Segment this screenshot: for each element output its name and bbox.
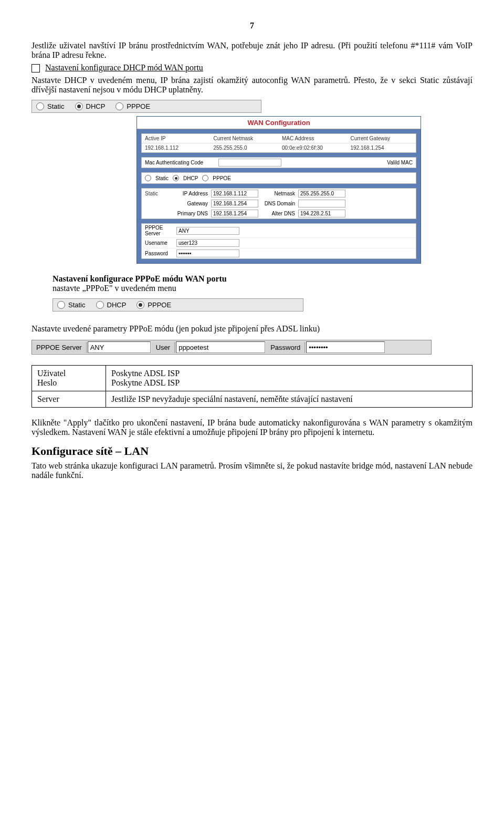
option-static-2[interactable]: Static [57, 301, 86, 309]
option-dhcp-label-2: DHCP [107, 301, 127, 309]
dhcp-heading-text: Nastavení konfigurace DHCP mód WAN portu [45, 63, 203, 72]
dhcp-desc: Nastavte DHCP v uvedeném menu, IP brána … [32, 76, 472, 95]
pppoe-bar-server-label: PPPOE Server [32, 342, 87, 353]
pppoe-heading: Nastavení konfigurace PPPoE módu WAN por… [52, 274, 227, 283]
primarydns-label: Primary DNS [171, 211, 211, 216]
mode-dhcp: DHCP [183, 175, 198, 181]
radio-icon[interactable] [202, 175, 208, 181]
pppoe-bar-user-input[interactable] [176, 341, 265, 353]
option-static-label: Static [47, 102, 65, 110]
radio-icon [116, 102, 123, 110]
option-dhcp-2[interactable]: DHCP [96, 301, 127, 309]
option-static[interactable]: Static [36, 102, 65, 110]
wan-mode-row: Static DHCP PPPOE [141, 172, 416, 184]
gateway-label: Gateway [171, 201, 211, 206]
mode-select-bar: Static DHCP PPPOE [32, 100, 261, 113]
wan-v-activeip: 192.168.1.112 [142, 143, 211, 152]
checkbox-icon [32, 64, 40, 72]
pppoe-server-input[interactable] [176, 227, 239, 235]
wan-status-block: Active IP Current Netmask MAC Address Cu… [141, 133, 416, 153]
table-row: Server Jestliže ISP nevyžaduje speciální… [32, 391, 472, 408]
pppoe-section: Nastavení konfigurace PPPoE módu WAN por… [52, 274, 472, 293]
wan-v-netmask: 255.255.255.0 [211, 143, 279, 152]
netmask-label: Netmask [258, 191, 298, 196]
option-dhcp-label: DHCP [86, 102, 106, 110]
row-user: Uživatel [37, 369, 66, 378]
radio-icon [96, 301, 104, 309]
wan-h-gateway: Current Gateway [348, 134, 416, 143]
wan-h-netmask: Current Netmask [211, 134, 279, 143]
netmask-input[interactable] [298, 190, 345, 198]
isp-table: Uživatel Heslo Poskytne ADSL ISP Poskytn… [32, 365, 472, 408]
closing-p1: Klikněte "Apply" tlačítko pro ukončení n… [32, 418, 472, 437]
pppoe-pass-label: Password [145, 251, 176, 256]
pppoe-server-label: PPPOE Server [145, 225, 176, 236]
wan-static-block: Static IP Address Netmask Gateway DNS Do… [141, 188, 416, 219]
wan-h-mac: MAC Address [279, 134, 348, 143]
radio-icon [36, 102, 44, 110]
wan-config-panel: WAN Configuration Active IP Current Netm… [136, 116, 421, 264]
intro-p1: Jestliže uživatel navštíví IP bránu pros… [32, 41, 472, 60]
pppoe-user-label: Usename [145, 240, 176, 246]
wan-v-mac: 00:0e:e9:02:6f:30 [279, 143, 348, 152]
pppoe-bar-pass-label: Password [266, 342, 305, 353]
pppoe-bar-user-label: User [152, 342, 175, 353]
pppoe-subtext: nastavte „PPPoE" v uvedeném menu [52, 284, 176, 293]
radio-selected-icon [75, 102, 83, 110]
option-pppoe-label-2: PPPOE [148, 301, 171, 309]
alterdns-label: Alter DNS [258, 211, 298, 216]
primarydns-input[interactable] [211, 210, 258, 217]
pppoe-user-input[interactable] [176, 239, 239, 247]
pppoe-credentials-bar: PPPOE Server User Password [32, 340, 432, 355]
radio-selected-icon[interactable] [173, 175, 179, 181]
ip-input[interactable] [211, 190, 258, 198]
lan-heading: Konfigurace sítě – LAN [32, 444, 472, 458]
mode-select-bar-2: Static DHCP PPPOE [52, 298, 303, 311]
dnsdomain-input[interactable] [298, 200, 345, 207]
row-user-val: Poskytne ADSL ISP [111, 369, 180, 378]
dnsdomain-label: DNS Domain [258, 201, 298, 206]
row-pass-val: Poskytne ADSL ISP [111, 378, 180, 387]
row-server-val: Jestliže ISP nevyžaduje speciální nastav… [106, 391, 472, 408]
option-static-label-2: Static [68, 301, 86, 309]
static-group-label: Static [145, 191, 171, 196]
option-dhcp[interactable]: DHCP [75, 102, 106, 110]
pppoe-params-title: Nastavte uvedené parametry PPPoE módu (j… [32, 324, 472, 334]
mac-auth-label: Mac Authenticating Code [145, 160, 218, 165]
option-pppoe[interactable]: PPPOE [116, 102, 150, 110]
wan-v-gateway: 192.168.1.254 [348, 143, 416, 152]
pppoe-bar-pass-input[interactable] [306, 341, 385, 353]
mode-static: Static [155, 175, 169, 181]
valid-mac-label: Valild MAC [387, 160, 413, 165]
alterdns-input[interactable] [298, 210, 345, 217]
row-server: Server [32, 391, 106, 408]
mac-auth-input[interactable] [218, 159, 281, 167]
radio-selected-icon [136, 301, 144, 309]
gateway-input[interactable] [211, 200, 258, 207]
wan-title: WAN Configuration [137, 117, 421, 129]
radio-icon [57, 301, 65, 309]
option-pppoe-label: PPPOE [127, 102, 150, 110]
row-pass: Heslo [37, 378, 57, 387]
wan-macauth-block: Mac Authenticating Code Valild MAC [141, 157, 416, 168]
pppoe-pass-input[interactable] [176, 250, 239, 257]
option-pppoe-2[interactable]: PPPOE [136, 301, 171, 309]
mode-pppoe: PPPOE [213, 175, 230, 181]
pppoe-bar-server-input[interactable] [88, 341, 151, 353]
wan-pppoe-block: PPPOE Server Usename Password [141, 223, 416, 259]
dhcp-heading: Nastavení konfigurace DHCP mód WAN portu [32, 63, 472, 72]
wan-h-activeip: Active IP [142, 134, 211, 143]
radio-icon[interactable] [145, 175, 151, 181]
ip-label: IP Address [171, 191, 211, 196]
closing-p2: Tato web stránka ukazuje konfiguraci LAN… [32, 461, 472, 480]
page-number: 7 [32, 21, 472, 30]
